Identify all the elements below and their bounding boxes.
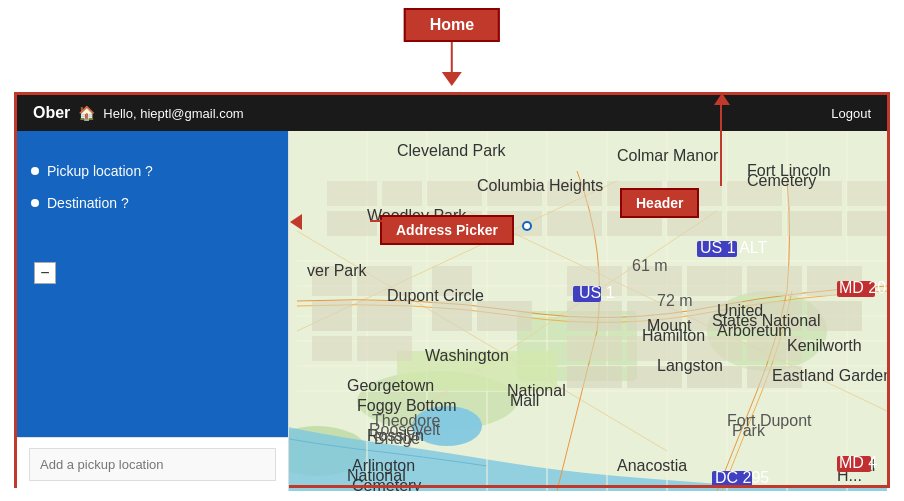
svg-text:Colmar Manor: Colmar Manor <box>617 147 719 164</box>
pickup-location-item[interactable]: Pickup location ? <box>31 163 274 179</box>
header-left: Ober 🏠 Hello, hieptl@gmail.com <box>33 104 244 122</box>
svg-text:US 1: US 1 <box>579 284 615 301</box>
svg-rect-55 <box>427 181 482 206</box>
svg-text:Columbia Heights: Columbia Heights <box>477 177 603 194</box>
pickup-location-label: Pickup location ? <box>47 163 153 179</box>
svg-rect-72 <box>847 211 887 236</box>
svg-text:Georgetown: Georgetown <box>347 377 434 394</box>
home-label: Home <box>404 8 500 42</box>
destination-label: Destination ? <box>47 195 129 211</box>
home-label-container: Home <box>404 8 500 86</box>
svg-rect-71 <box>847 181 887 206</box>
address-input-section <box>17 437 288 491</box>
header-arrow-line <box>720 96 722 186</box>
svg-rect-54 <box>382 181 422 206</box>
destination-item[interactable]: Destination ? <box>31 195 274 211</box>
header-greeting: Hello, hieptl@gmail.com <box>103 106 243 121</box>
header-arrow-tip <box>714 93 730 105</box>
svg-rect-68 <box>727 211 782 236</box>
svg-text:Mall: Mall <box>510 392 539 409</box>
home-arrow-line <box>451 42 453 72</box>
collapse-button[interactable]: − <box>34 262 56 284</box>
pickup-address-input[interactable] <box>29 448 276 481</box>
svg-text:Dupont Circle: Dupont Circle <box>387 287 484 304</box>
home-arrow-tip <box>442 72 462 86</box>
svg-text:Washington: Washington <box>425 347 509 364</box>
svg-rect-53 <box>327 181 377 206</box>
svg-text:DC 295: DC 295 <box>715 469 769 486</box>
header-annotation-label: Header <box>620 188 699 218</box>
svg-text:Hamilton: Hamilton <box>642 327 705 344</box>
app-header: Ober 🏠 Hello, hieptl@gmail.com Logout <box>17 95 887 131</box>
svg-rect-33 <box>312 336 352 361</box>
svg-text:Anacostia: Anacostia <box>617 457 687 474</box>
svg-text:MD 4: MD 4 <box>839 454 877 471</box>
home-icon: 🏠 <box>78 105 95 121</box>
logout-button[interactable]: Logout <box>831 106 871 121</box>
svg-text:72 m: 72 m <box>657 292 693 309</box>
svg-rect-40 <box>567 301 622 331</box>
svg-rect-29 <box>312 301 352 331</box>
svg-text:Cleveland Park: Cleveland Park <box>397 142 507 159</box>
address-picker-top: Pickup location ? Destination ? <box>17 131 288 437</box>
svg-rect-38 <box>747 266 802 296</box>
address-picker-panel: − Pickup location ? Destination ? <box>17 131 289 491</box>
svg-text:Cemetery: Cemetery <box>352 477 421 491</box>
svg-rect-32 <box>477 301 532 331</box>
svg-text:Cemetery: Cemetery <box>747 172 816 189</box>
svg-text:Eastland Gardens: Eastland Gardens <box>772 367 887 384</box>
destination-dot <box>31 199 39 207</box>
svg-text:MD 201: MD 201 <box>839 279 887 296</box>
svg-text:Langston: Langston <box>657 357 723 374</box>
svg-rect-49 <box>567 366 622 388</box>
pickup-dot <box>31 167 39 175</box>
svg-rect-45 <box>567 336 622 361</box>
svg-text:Kenilworth: Kenilworth <box>787 337 862 354</box>
svg-text:Arboretum: Arboretum <box>717 322 792 339</box>
app-logo: Ober <box>33 104 70 122</box>
svg-rect-34 <box>357 336 412 361</box>
svg-rect-30 <box>357 301 412 331</box>
address-picker-arrow-line <box>370 220 470 222</box>
svg-rect-70 <box>787 211 842 236</box>
address-picker-arrow-tip <box>290 214 302 230</box>
svg-point-119 <box>524 223 530 229</box>
svg-text:US 1 ALT: US 1 ALT <box>700 239 768 256</box>
svg-text:61 m: 61 m <box>632 257 668 274</box>
svg-rect-61 <box>547 211 602 236</box>
svg-text:Park: Park <box>732 422 766 439</box>
svg-rect-31 <box>432 301 472 331</box>
svg-text:ver Park: ver Park <box>307 262 368 279</box>
svg-text:Bridge: Bridge <box>374 430 420 447</box>
svg-rect-37 <box>687 266 742 296</box>
